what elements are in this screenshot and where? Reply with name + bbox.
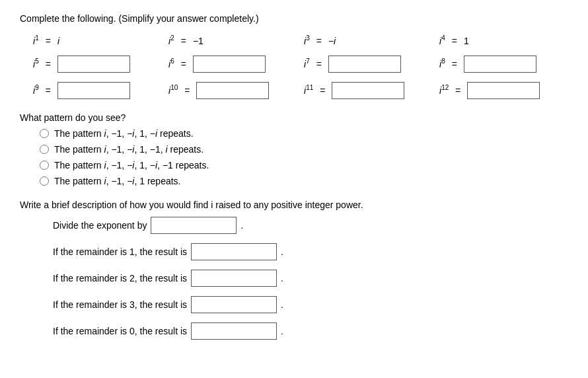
fill-line-rem3: If the remainder is 3, the result is . [20, 296, 568, 313]
write-question: Write a brief description of how you wou… [20, 200, 568, 210]
radio-label-3: The pattern i, −1, −i, 1, −i, −1 repeats… [54, 160, 209, 170]
pattern-question: What pattern do you see? [20, 112, 568, 123]
power-i4: i4 = 1 [439, 36, 568, 46]
radio-option-1: The pattern i, −1, −i, 1, −i repeats. [40, 128, 568, 139]
fill-prefix-divide: Divide the exponent by [53, 220, 147, 231]
input-rem1[interactable] [191, 243, 277, 260]
power-label-i9: i9 [33, 85, 39, 96]
power-i5-item: i5 = [33, 56, 162, 73]
instruction-text: Complete the following. (Simplify your a… [20, 13, 568, 24]
input-rem3[interactable] [191, 296, 277, 313]
power-i7-item: i7 = [304, 56, 433, 73]
power-value-i2: −1 [193, 36, 203, 46]
input-i12[interactable] [467, 82, 540, 99]
power-i12-item: i12 = [439, 82, 568, 99]
power-label-i7: i7 [304, 59, 310, 69]
power-label-i1: i1 [33, 36, 39, 46]
power-i10-item: i10 = [168, 82, 297, 99]
period-rem1: . [281, 246, 283, 257]
power-i1: i1 = i [33, 36, 162, 46]
period-rem2: . [281, 273, 283, 284]
radio-input-4[interactable] [40, 176, 49, 186]
power-i3: i3 = −i [304, 36, 433, 46]
input-rem0[interactable] [191, 322, 277, 340]
power-i6-item: i6 = [168, 56, 297, 73]
radio-label-4: The pattern i, −1, −i, 1 repeats. [54, 176, 181, 186]
power-i8-item: i8 = [439, 56, 568, 73]
input-i8[interactable] [464, 56, 536, 73]
input-i11[interactable] [332, 82, 404, 99]
fill-prefix-rem2: If the remainder is 2, the result is [53, 273, 187, 284]
input-i5[interactable] [57, 56, 130, 73]
radio-input-3[interactable] [40, 161, 49, 170]
pattern-radio-group: The pattern i, −1, −i, 1, −i repeats. Th… [20, 128, 568, 186]
fill-prefix-rem0: If the remainder is 0, the result is [53, 326, 187, 336]
radio-option-3: The pattern i, −1, −i, 1, −i, −1 repeats… [40, 160, 568, 170]
power-label-i12: i12 [439, 85, 449, 96]
power-value-i4: 1 [464, 36, 469, 46]
radio-input-1[interactable] [40, 129, 49, 138]
fill-line-rem2: If the remainder is 2, the result is . [20, 270, 568, 287]
radio-option-4: The pattern i, −1, −i, 1 repeats. [40, 176, 568, 186]
fill-line-rem0: If the remainder is 0, the result is . [20, 322, 568, 340]
power-label-i6: i6 [168, 59, 174, 69]
radio-label-1: The pattern i, −1, −i, 1, −i repeats. [54, 128, 194, 139]
power-label-i3: i3 [304, 36, 310, 46]
fill-prefix-rem1: If the remainder is 1, the result is [53, 246, 187, 257]
power-i11-item: i11 = [304, 82, 433, 99]
fill-line-rem1: If the remainder is 1, the result is . [20, 243, 568, 260]
power-label-i8: i8 [439, 59, 445, 69]
period-rem3: . [281, 299, 283, 310]
power-label-i4: i4 [439, 36, 445, 46]
power-value-i1: i [57, 36, 59, 46]
period-rem0: . [281, 326, 283, 336]
fill-line-divide: Divide the exponent by . [20, 217, 568, 234]
period-divide: . [240, 220, 243, 231]
input-rem2[interactable] [191, 270, 277, 287]
power-value-i3: −i [328, 36, 336, 46]
power-i2: i2 = −1 [168, 36, 297, 46]
input-divide[interactable] [151, 217, 237, 234]
power-label-i11: i11 [304, 85, 313, 96]
input-i9[interactable] [57, 82, 130, 99]
power-i9-item: i9 = [33, 82, 162, 99]
power-label-i2: i2 [168, 36, 174, 46]
power-label-i5: i5 [33, 59, 39, 69]
powers-grid: i1 = i i2 = −1 i3 = −i i4 = 1 i5 = i6 = … [20, 36, 568, 99]
input-i10[interactable] [196, 82, 269, 99]
power-label-i10: i10 [168, 85, 178, 96]
radio-label-2: The pattern i, −1, −i, 1, −1, i repeats. [54, 144, 203, 155]
radio-input-2[interactable] [40, 145, 49, 154]
input-i7[interactable] [328, 56, 401, 73]
fill-prefix-rem3: If the remainder is 3, the result is [53, 299, 187, 310]
input-i6[interactable] [193, 56, 266, 73]
radio-option-2: The pattern i, −1, −i, 1, −1, i repeats. [40, 144, 568, 155]
